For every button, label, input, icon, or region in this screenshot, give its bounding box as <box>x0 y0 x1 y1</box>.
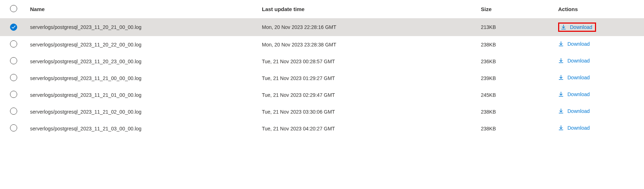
row-select-checkbox[interactable] <box>10 24 17 31</box>
download-label: Download <box>567 75 590 80</box>
row-last-update: Mon, 20 Nov 2023 23:28:38 GMT <box>258 36 477 53</box>
table-row[interactable]: serverlogs/postgresql_2023_11_20_22_00_0… <box>0 36 644 53</box>
row-actions: Download <box>554 53 644 70</box>
column-header-actions: Actions <box>554 0 644 18</box>
row-actions: Download <box>554 70 644 86</box>
row-last-update: Tue, 21 Nov 2023 01:29:27 GMT <box>258 70 477 86</box>
row-last-update: Tue, 21 Nov 2023 04:20:27 GMT <box>258 120 477 137</box>
row-select-cell <box>0 70 26 86</box>
table-row[interactable]: serverlogs/postgresql_2023_11_21_01_00_0… <box>0 86 644 103</box>
row-select-checkbox[interactable] <box>10 40 17 48</box>
download-icon <box>558 125 564 131</box>
download-label: Download <box>570 24 592 30</box>
column-header-name[interactable]: Name <box>26 0 258 18</box>
select-all-checkbox[interactable] <box>10 5 17 12</box>
download-icon <box>558 108 564 114</box>
download-button[interactable]: Download <box>561 24 592 30</box>
row-select-cell <box>0 53 26 70</box>
download-button[interactable]: Download <box>558 91 590 97</box>
download-label: Download <box>567 58 590 64</box>
row-size: 245KB <box>477 86 554 103</box>
row-actions: Download <box>554 103 644 120</box>
row-last-update: Tue, 21 Nov 2023 00:28:57 GMT <box>258 53 477 70</box>
row-actions: Download <box>554 18 644 36</box>
table-row[interactable]: serverlogs/postgresql_2023_11_21_00_00_0… <box>0 70 644 86</box>
row-select-checkbox[interactable] <box>10 124 17 131</box>
server-logs-table: Name Last update time Size Actions serve… <box>0 0 644 137</box>
table-row[interactable]: serverlogs/postgresql_2023_11_21_02_00_0… <box>0 103 644 120</box>
download-button[interactable]: Download <box>558 41 590 47</box>
row-name: serverlogs/postgresql_2023_11_20_23_00_0… <box>26 53 258 70</box>
column-header-last-update[interactable]: Last update time <box>258 0 477 18</box>
row-select-cell <box>0 36 26 53</box>
download-button[interactable]: Download <box>558 75 590 80</box>
row-size: 238KB <box>477 120 554 137</box>
row-name: serverlogs/postgresql_2023_11_21_00_00_0… <box>26 70 258 86</box>
row-size: 213KB <box>477 18 554 36</box>
row-size: 238KB <box>477 36 554 53</box>
download-callout: Download <box>558 23 596 32</box>
row-name: serverlogs/postgresql_2023_11_21_03_00_0… <box>26 120 258 137</box>
download-button[interactable]: Download <box>558 58 590 64</box>
download-button[interactable]: Download <box>558 108 590 114</box>
table-row[interactable]: serverlogs/postgresql_2023_11_21_03_00_0… <box>0 120 644 137</box>
download-label: Download <box>567 125 590 131</box>
row-select-cell <box>0 120 26 137</box>
row-select-checkbox[interactable] <box>10 108 17 115</box>
row-name: serverlogs/postgresql_2023_11_21_01_00_0… <box>26 86 258 103</box>
row-last-update: Mon, 20 Nov 2023 22:28:16 GMT <box>258 18 477 36</box>
download-icon <box>558 41 564 47</box>
download-icon <box>558 91 564 97</box>
row-size: 239KB <box>477 70 554 86</box>
row-select-cell <box>0 103 26 120</box>
download-icon <box>558 58 564 64</box>
row-select-checkbox[interactable] <box>10 57 17 64</box>
table-row[interactable]: serverlogs/postgresql_2023_11_20_23_00_0… <box>0 53 644 70</box>
table-row[interactable]: serverlogs/postgresql_2023_11_20_21_00_0… <box>0 18 644 36</box>
download-label: Download <box>567 108 590 114</box>
table-header-row: Name Last update time Size Actions <box>0 0 644 18</box>
row-select-checkbox[interactable] <box>10 74 17 81</box>
download-icon <box>558 75 564 80</box>
row-name: serverlogs/postgresql_2023_11_20_21_00_0… <box>26 18 258 36</box>
row-select-cell <box>0 86 26 103</box>
row-actions: Download <box>554 86 644 103</box>
row-size: 236KB <box>477 53 554 70</box>
row-size: 238KB <box>477 103 554 120</box>
row-name: serverlogs/postgresql_2023_11_21_02_00_0… <box>26 103 258 120</box>
download-label: Download <box>567 41 590 47</box>
row-actions: Download <box>554 36 644 53</box>
row-select-cell <box>0 18 26 36</box>
download-label: Download <box>567 91 590 97</box>
row-last-update: Tue, 21 Nov 2023 02:29:47 GMT <box>258 86 477 103</box>
row-select-checkbox[interactable] <box>10 91 17 98</box>
row-name: serverlogs/postgresql_2023_11_20_22_00_0… <box>26 36 258 53</box>
column-header-size[interactable]: Size <box>477 0 554 18</box>
download-icon <box>561 24 566 30</box>
column-header-select <box>0 0 26 18</box>
download-button[interactable]: Download <box>558 125 590 131</box>
row-actions: Download <box>554 120 644 137</box>
row-last-update: Tue, 21 Nov 2023 03:30:06 GMT <box>258 103 477 120</box>
